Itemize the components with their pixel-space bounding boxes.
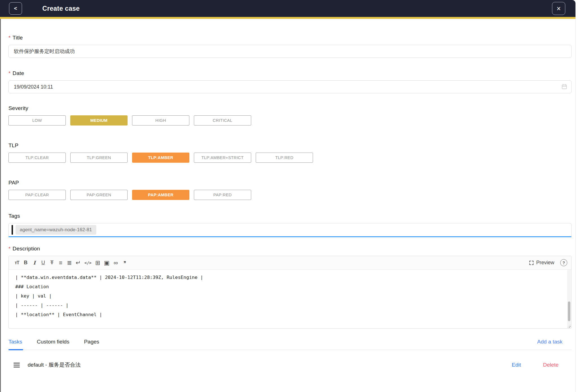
- calendar-icon[interactable]: [561, 84, 567, 90]
- tags-label: Tags: [8, 213, 572, 219]
- tab-pages[interactable]: Pages: [84, 339, 99, 350]
- editor-toolbar: тT B I U T ≡ ≣ ↵ </> ⊞ ▣ ∞ ’’: [9, 256, 571, 270]
- required-asterisk: *: [8, 35, 11, 41]
- task-title: default - 服务是否合法: [28, 361, 81, 369]
- tlp-options: TLP:CLEAR TLP:GREEN TLP:AMBER TLP:AMBER+…: [8, 153, 572, 163]
- markdown-editor: тT B I U T ≡ ≣ ↵ </> ⊞ ▣ ∞ ’’: [8, 256, 572, 329]
- tag-chip[interactable]: agent_name=wazuh-node-162-81: [16, 225, 96, 235]
- date-label: *Date: [8, 70, 572, 76]
- tlp-label: TLP: [8, 142, 572, 149]
- description-field-group: *Description тT B I U T ≡ ≣ ↵ </> ⊞ ▣ ∞ …: [8, 246, 572, 329]
- table-icon[interactable]: ⊞: [93, 258, 102, 267]
- task-row: default - 服务是否合法 Edit Delete: [8, 361, 572, 369]
- back-button[interactable]: <: [9, 2, 22, 15]
- header-accent-underline: [0, 17, 575, 19]
- severity-low-button[interactable]: LOW: [8, 115, 66, 125]
- tlp-clear-button[interactable]: TLP:CLEAR: [8, 153, 66, 163]
- date-input[interactable]: 19/09/2024 10:11: [8, 80, 572, 93]
- pap-options: PAP:CLEAR PAP:GREEN PAP:AMBER PAP:RED: [8, 190, 572, 200]
- task-actions: Edit Delete: [512, 362, 559, 368]
- scrollbar-thumb[interactable]: [568, 301, 570, 321]
- tlp-green-button[interactable]: TLP:GREEN: [70, 153, 128, 163]
- editor-scrollbar[interactable]: [567, 270, 571, 328]
- tab-custom-fields[interactable]: Custom fields: [37, 339, 69, 350]
- drag-handle-icon[interactable]: [14, 363, 20, 367]
- italic-icon[interactable]: I: [30, 258, 39, 267]
- title-input[interactable]: 软件保护服务定时启动成功: [8, 45, 572, 58]
- back-chevron-icon: <: [14, 5, 17, 12]
- close-icon: ×: [557, 5, 561, 12]
- strikethrough-icon[interactable]: T: [48, 258, 56, 267]
- severity-critical-button[interactable]: CRITICAL: [194, 115, 251, 125]
- ordered-list-icon[interactable]: ≣: [65, 258, 74, 267]
- dialog-header: < Create case ×: [0, 0, 575, 17]
- code-icon[interactable]: </>: [83, 258, 93, 267]
- underline-icon[interactable]: U: [39, 258, 47, 267]
- title-label: *Title: [8, 35, 572, 41]
- description-line: | **location** | EventChannel |: [15, 310, 563, 319]
- quote-icon[interactable]: ’’: [120, 258, 129, 267]
- severity-field-group: Severity LOW MEDIUM HIGH CRITICAL: [8, 105, 572, 125]
- toolbar-right-group: Preview ?: [527, 259, 567, 266]
- line-break-icon[interactable]: ↵: [74, 258, 82, 267]
- add-task-link[interactable]: Add a task: [537, 339, 562, 350]
- pap-clear-button[interactable]: PAP:CLEAR: [8, 190, 66, 200]
- tlp-field-group: TLP TLP:CLEAR TLP:GREEN TLP:AMBER TLP:AM…: [8, 142, 572, 163]
- severity-high-button[interactable]: HIGH: [132, 115, 189, 125]
- create-case-dialog: < Create case × *Title 软件保护服务定时启动成功 *Dat…: [0, 0, 576, 392]
- tags-field-group: Tags agent_name=wazuh-node-162-81: [8, 213, 572, 237]
- text-caret: [12, 225, 13, 235]
- severity-options: LOW MEDIUM HIGH CRITICAL: [8, 115, 572, 125]
- pap-amber-button[interactable]: PAP:AMBER: [132, 190, 189, 200]
- bold-icon[interactable]: B: [21, 258, 30, 267]
- task-edit-link[interactable]: Edit: [512, 362, 521, 368]
- description-label: *Description: [8, 246, 572, 252]
- heading-icon[interactable]: тT: [13, 258, 21, 267]
- tab-tasks[interactable]: Tasks: [8, 339, 22, 350]
- severity-medium-button[interactable]: MEDIUM: [70, 115, 128, 125]
- date-field-group: *Date 19/09/2024 10:11: [8, 70, 572, 93]
- description-line: | **data.win.eventdata.data** | 2024-10-…: [15, 273, 563, 282]
- form-body: *Title 软件保护服务定时启动成功 *Date 19/09/2024 10:…: [0, 19, 575, 392]
- unordered-list-icon[interactable]: ≡: [56, 258, 65, 267]
- help-icon[interactable]: ?: [560, 259, 567, 266]
- pap-green-button[interactable]: PAP:GREEN: [70, 190, 128, 200]
- severity-label: Severity: [8, 105, 572, 111]
- fullscreen-icon: [529, 261, 534, 265]
- close-button[interactable]: ×: [552, 2, 565, 15]
- tlp-amber-strict-button[interactable]: TLP:AMBER+STRICT: [194, 153, 251, 163]
- bottom-tabs: Tasks Custom fields Pages Add a task: [8, 339, 572, 350]
- description-textarea[interactable]: | **data.win.eventdata.data** | 2024-10-…: [9, 270, 571, 319]
- task-delete-link[interactable]: Delete: [543, 362, 559, 368]
- link-icon[interactable]: ∞: [111, 258, 120, 267]
- page-title: Create case: [42, 5, 80, 12]
- preview-button[interactable]: Preview: [527, 259, 556, 266]
- required-asterisk: *: [8, 246, 11, 252]
- preview-label: Preview: [536, 260, 554, 266]
- description-line: ### Location: [15, 282, 563, 291]
- required-asterisk: *: [8, 70, 11, 76]
- tlp-amber-button[interactable]: TLP:AMBER: [132, 153, 189, 163]
- tags-input[interactable]: agent_name=wazuh-node-162-81: [8, 223, 572, 237]
- pap-field-group: PAP PAP:CLEAR PAP:GREEN PAP:AMBER PAP:RE…: [8, 180, 572, 200]
- pap-label: PAP: [8, 180, 572, 186]
- image-icon[interactable]: ▣: [102, 258, 111, 267]
- pap-red-button[interactable]: PAP:RED: [194, 190, 251, 200]
- title-field-group: *Title 软件保护服务定时启动成功: [8, 35, 572, 58]
- tlp-red-button[interactable]: TLP:RED: [256, 153, 313, 163]
- description-line: | key | val |: [15, 291, 563, 301]
- description-line: | ------ | ------ |: [15, 301, 563, 310]
